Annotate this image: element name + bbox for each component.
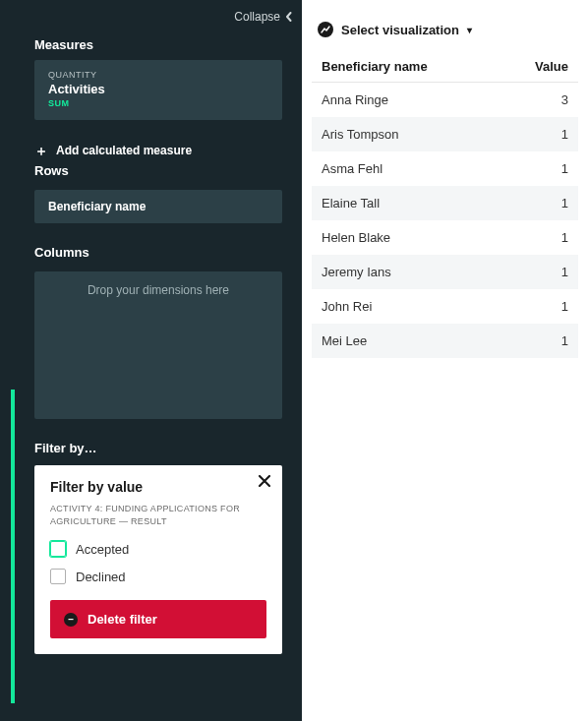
- cell-name: Aris Tompson: [312, 117, 499, 151]
- table-row[interactable]: Asma Fehl1: [312, 151, 578, 186]
- results-table: Beneficiary name Value Anna Ringe3Aris T…: [312, 51, 578, 358]
- cell-value: 3: [499, 83, 578, 118]
- plus-icon: ＋: [34, 144, 48, 157]
- columns-dropzone[interactable]: Drop your dimensions here: [34, 271, 282, 419]
- checkbox-icon: [50, 541, 66, 557]
- cell-name: Mei Lee: [312, 324, 499, 358]
- dropzone-placeholder: Drop your dimensions here: [88, 283, 229, 297]
- checkbox-icon: [50, 569, 66, 584]
- cell-name: Anna Ringe: [312, 83, 499, 118]
- chart-icon: [318, 22, 333, 37]
- chevron-left-icon: [284, 12, 294, 22]
- accent-stripe: [11, 390, 15, 703]
- filter-option-declined[interactable]: Declined: [50, 569, 266, 584]
- table-row[interactable]: Jeremy Ians1: [312, 255, 578, 289]
- column-header-value[interactable]: Value: [499, 51, 578, 83]
- add-calculated-measure-button[interactable]: ＋ Add calculated measure: [34, 144, 282, 157]
- filter-option-label: Accepted: [76, 542, 129, 557]
- filter-card: Filter by value ACTIVITY 4: FUNDING APPL…: [34, 465, 282, 654]
- row-dimension-pill[interactable]: Beneficiary name: [34, 190, 282, 223]
- cell-value: 1: [499, 186, 578, 220]
- measures-title: Measures: [15, 30, 302, 60]
- filter-subheading: ACTIVITY 4: FUNDING APPLICATIONS FOR AGR…: [50, 503, 266, 527]
- close-filter-button[interactable]: [257, 473, 272, 493]
- close-icon: [257, 473, 272, 489]
- columns-title: Columns: [15, 223, 302, 268]
- table-row[interactable]: John Rei1: [312, 289, 578, 324]
- cell-value: 1: [499, 117, 578, 151]
- cell-value: 1: [499, 151, 578, 186]
- cell-value: 1: [499, 220, 578, 255]
- add-calculated-label: Add calculated measure: [56, 144, 192, 157]
- row-dimension-label: Beneficiary name: [48, 200, 146, 213]
- cell-name: Elaine Tall: [312, 186, 499, 220]
- config-sidebar: Collapse Measures QUANTITY Activities SU…: [15, 0, 302, 721]
- caret-down-icon: ▾: [467, 25, 472, 35]
- table-row[interactable]: Aris Tompson1: [312, 117, 578, 151]
- table-row[interactable]: Mei Lee1: [312, 324, 578, 358]
- measure-name: Activities: [48, 82, 268, 96]
- table-row[interactable]: Helen Blake1: [312, 220, 578, 255]
- select-visualization-label: Select visualization: [341, 23, 459, 37]
- cell-value: 1: [499, 324, 578, 358]
- minus-circle-icon: –: [64, 613, 78, 627]
- cell-value: 1: [499, 255, 578, 289]
- cell-name: Asma Fehl: [312, 151, 499, 186]
- measure-card[interactable]: QUANTITY Activities SUM: [34, 60, 282, 120]
- table-row[interactable]: Elaine Tall1: [312, 186, 578, 220]
- select-visualization-dropdown[interactable]: Select visualization ▾: [312, 16, 578, 51]
- column-header-name[interactable]: Beneficiary name: [312, 51, 499, 83]
- delete-filter-label: Delete filter: [88, 612, 157, 627]
- delete-filter-button[interactable]: – Delete filter: [50, 600, 266, 638]
- table-row[interactable]: Anna Ringe3: [312, 83, 578, 118]
- measure-tag: QUANTITY: [48, 70, 268, 80]
- collapse-label: Collapse: [234, 10, 280, 24]
- collapse-button[interactable]: Collapse: [15, 0, 302, 30]
- cell-name: Jeremy Ians: [312, 255, 499, 289]
- cell-name: Helen Blake: [312, 220, 499, 255]
- main-panel: Select visualization ▾ Beneficiary name …: [302, 0, 588, 721]
- measure-aggregation: SUM: [48, 98, 268, 108]
- rows-title: Rows: [15, 157, 302, 186]
- filter-option-label: Declined: [76, 570, 126, 584]
- cell-name: John Rei: [312, 289, 499, 324]
- cell-value: 1: [499, 289, 578, 324]
- left-accent-bar: [0, 0, 15, 721]
- filter-heading: Filter by value: [50, 479, 266, 495]
- filter-by-title: Filter by…: [15, 419, 302, 465]
- filter-option-accepted[interactable]: Accepted: [50, 541, 266, 557]
